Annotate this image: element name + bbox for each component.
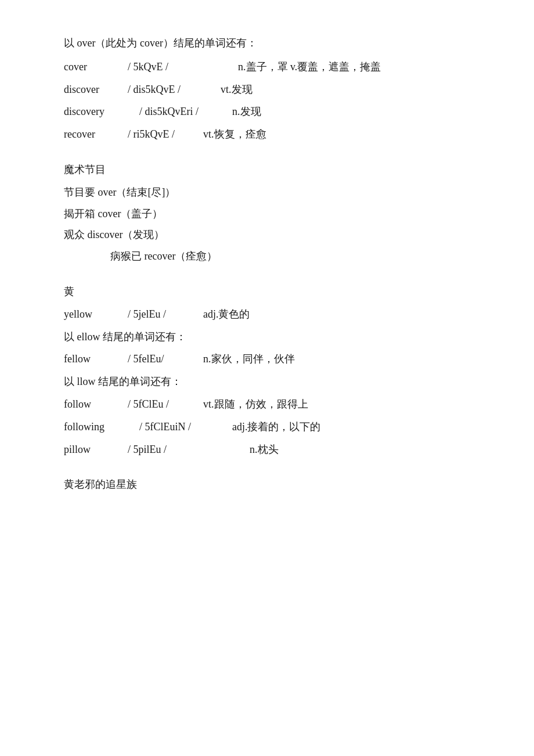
meaning-discover: vt.发现: [221, 81, 252, 98]
word-following: following: [64, 419, 139, 435]
word-row-discovery: discovery / dis5kQvEri / n.发现: [64, 103, 470, 120]
intro-line: 以 over（此处为 cover）结尾的单词还有：: [64, 35, 470, 52]
intro-ellow: 以 ellow 结尾的单词还有：: [64, 329, 470, 345]
word-fellow: fellow: [64, 351, 128, 368]
word-row-cover: cover / 5kQvE / n.盖子，罩 v.覆盖，遮盖，掩盖: [64, 59, 470, 75]
word-row-discover: discover / dis5kQvE / vt.发现: [64, 81, 470, 98]
intro-text: 以 over（此处为 cover）结尾的单词还有：: [64, 35, 257, 52]
meaning-recover: vt.恢复，痊愈: [203, 126, 266, 143]
yellow-section-title: 黄: [64, 283, 470, 300]
story-line-3: 观众 discover（发现）: [64, 226, 470, 243]
word-row-following: following / 5fClEuiN / adj.接着的，以下的: [64, 419, 470, 435]
pos-cover: [203, 59, 238, 75]
last-section-title: 黄老邪的追星族: [64, 476, 470, 493]
word-row-yellow: yellow / 5jelEu / adj.黄色的: [64, 306, 470, 323]
word-cover: cover: [64, 59, 128, 75]
phonetic-discover: / dis5kQvE /: [128, 81, 221, 98]
phonetic-discovery: / dis5kQvEri /: [139, 103, 232, 120]
meaning-pillow: n.枕头: [250, 441, 279, 458]
word-yellow: yellow: [64, 306, 128, 323]
phonetic-fellow: / 5felEu/: [128, 351, 203, 368]
phonetic-pillow: / 5pilEu /: [128, 441, 203, 458]
meaning-following: adj.接着的，以下的: [232, 419, 321, 435]
story-line-1: 节目要 over（结束[尽]）: [64, 184, 470, 201]
meaning-fellow: n.家伙，同伴，伙伴: [203, 351, 295, 368]
meaning-yellow: adj.黄色的: [203, 306, 250, 323]
story-line-4: 病猴已 recover（痊愈）: [64, 248, 470, 265]
word-row-recover: recover / ri5kQvE / vt.恢复，痊愈: [64, 126, 470, 143]
last-section: 黄老邪的追星族: [64, 476, 470, 493]
phonetic-cover: / 5kQvE /: [128, 59, 203, 75]
meaning-cover: n.盖子，罩 v.覆盖，遮盖，掩盖: [238, 59, 381, 75]
intro-llow: 以 llow 结尾的单词还有：: [64, 373, 470, 390]
word-row-fellow: fellow / 5felEu/ n.家伙，同伴，伙伴: [64, 351, 470, 368]
word-pillow: pillow: [64, 441, 128, 458]
word-discovery: discovery: [64, 103, 139, 120]
story-section: 魔术节目 节目要 over（结束[尽]） 揭开箱 cover（盖子） 观众 di…: [64, 161, 470, 265]
yellow-section: 黄 yellow / 5jelEu / adj.黄色的 以 ellow 结尾的单…: [64, 283, 470, 458]
story-title: 魔术节目: [64, 161, 470, 178]
word-recover: recover: [64, 126, 128, 143]
phonetic-following: / 5fClEuiN /: [139, 419, 232, 435]
cover-section: 以 over（此处为 cover）结尾的单词还有： cover / 5kQvE …: [64, 35, 470, 143]
phonetic-recover: / ri5kQvE /: [128, 126, 203, 143]
word-row-pillow: pillow / 5pilEu / n.枕头: [64, 441, 470, 458]
word-discover: discover: [64, 81, 128, 98]
meaning-discovery: n.发现: [232, 103, 261, 120]
word-follow: follow: [64, 396, 128, 413]
story-line-2: 揭开箱 cover（盖子）: [64, 206, 470, 222]
word-row-follow: follow / 5fClEu / vt.跟随，仿效，跟得上: [64, 396, 470, 413]
phonetic-follow: / 5fClEu /: [128, 396, 203, 413]
meaning-follow: vt.跟随，仿效，跟得上: [203, 396, 308, 413]
phonetic-yellow: / 5jelEu /: [128, 306, 203, 323]
